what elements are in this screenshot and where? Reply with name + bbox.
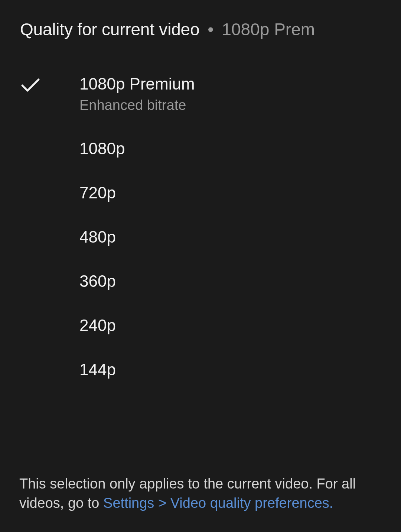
option-label: 144p <box>79 359 116 380</box>
panel-title: Quality for current video <box>20 19 199 39</box>
check-placeholder <box>20 359 79 363</box>
quality-option-240p[interactable]: 240p <box>0 303 401 347</box>
option-label: 240p <box>79 315 116 335</box>
check-placeholder <box>20 138 79 142</box>
footer-note: This selection only applies to the curre… <box>19 474 382 513</box>
quality-option-360p[interactable]: 360p <box>0 259 401 303</box>
separator-dot: • <box>208 19 213 39</box>
check-placeholder <box>20 227 79 230</box>
quality-option-720p[interactable]: 720p <box>0 171 401 215</box>
option-label: 1080p <box>79 138 125 159</box>
check-placeholder <box>20 182 79 186</box>
option-label: 720p <box>79 182 116 203</box>
check-placeholder <box>20 271 79 275</box>
settings-link[interactable]: Settings > Video quality preferences. <box>103 495 333 511</box>
quality-option-480p[interactable]: 480p <box>0 215 401 259</box>
current-quality-label: 1080p Prem <box>222 19 315 39</box>
option-sublabel: Enhanced bitrate <box>79 96 195 114</box>
check-icon <box>20 74 79 94</box>
check-placeholder <box>20 315 79 319</box>
option-label: 480p <box>79 227 116 247</box>
quality-option-1080p-premium[interactable]: 1080p Premium Enhanced bitrate <box>0 62 401 126</box>
quality-options-list: 1080p Premium Enhanced bitrate 1080p 720… <box>0 47 401 460</box>
quality-option-144p[interactable]: 144p <box>0 347 401 392</box>
quality-option-1080p[interactable]: 1080p <box>0 126 401 171</box>
option-label: 1080p Premium <box>79 74 195 94</box>
panel-footer: This selection only applies to the curre… <box>0 460 401 532</box>
quality-panel: Quality for current video • 1080p Prem 1… <box>0 0 401 532</box>
option-label: 360p <box>79 271 116 291</box>
panel-header: Quality for current video • 1080p Prem <box>0 0 401 47</box>
